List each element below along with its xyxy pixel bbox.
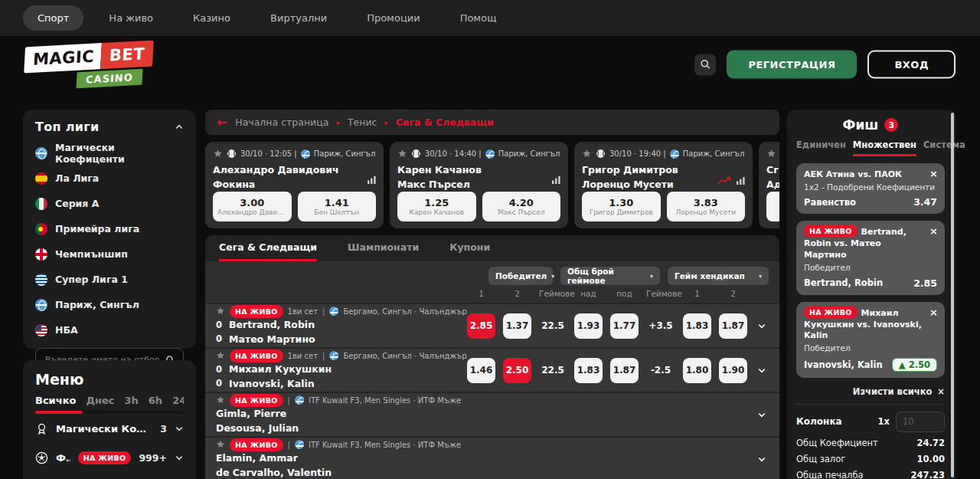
odds-button[interactable]: 1.90 (719, 358, 747, 383)
market-select-total-games[interactable]: Общ брой геймове▾ (560, 267, 660, 285)
nav-item-help[interactable]: Помощ (446, 5, 511, 31)
league-item-championship[interactable]: Чемпиъншип (35, 241, 184, 267)
expand-row-chevron[interactable] (755, 366, 769, 375)
breadcrumb-tennis[interactable]: Тенис (348, 116, 377, 128)
search-icon (700, 59, 711, 71)
menu-tab-24h[interactable]: 24h (172, 395, 184, 406)
clear-all-button[interactable]: Изчисти всичко × (796, 386, 945, 397)
globe-icon (35, 299, 47, 311)
nav-item-sport[interactable]: Спорт (23, 5, 83, 31)
selection-pick: Равенство (804, 197, 856, 208)
menu-tab-all[interactable]: Всичко (35, 395, 76, 406)
odds-value: 3.83 (694, 197, 718, 209)
odds-button[interactable]: 1.80 (683, 358, 711, 383)
odds-button[interactable]: 1.87 (610, 358, 639, 383)
favorite-star-icon[interactable] (766, 149, 776, 159)
menu-tab-today[interactable]: Днес (86, 395, 114, 406)
odds-button[interactable] (766, 192, 779, 221)
favorite-star-icon[interactable] (216, 307, 225, 316)
live-badge: НА ЖИВО (230, 305, 283, 318)
league-item-primeira[interactable]: Примейра лига (35, 216, 184, 241)
col-header: 1 (467, 289, 495, 298)
favorite-star-icon[interactable] (216, 351, 225, 360)
match-league: Париж, Сингъл · АТП (683, 149, 745, 158)
betslip-tab-system[interactable]: Система (923, 139, 965, 156)
odds-button[interactable]: 1.83 (574, 358, 603, 383)
odds-button[interactable]: 3.83Лоренцо Мусети (667, 192, 746, 221)
register-button[interactable]: РЕГИСТРАЦИЯ (727, 51, 857, 79)
italy-flag-icon (35, 198, 47, 210)
header: MAGICBET CASINO РЕГИСТРАЦИЯ ВХОД (0, 36, 980, 94)
betslip-title: Фиш (843, 117, 879, 133)
odds-button[interactable]: 1.87 (719, 313, 747, 339)
odds-button[interactable]: 3.00Алехандро Давидович Фокина (213, 192, 292, 221)
odds-button-selected[interactable]: 2.50 (503, 358, 531, 383)
stats-bars-icon[interactable] (552, 176, 560, 184)
menu-item-football[interactable]: Футбол НА ЖИВО 999+ (35, 443, 184, 472)
chevron-up-icon[interactable] (175, 123, 184, 132)
expand-row-chevron[interactable] (755, 321, 769, 330)
betslip-item: × АЕК Атина vs. ПАОК 1x2 - Подобрени Кое… (796, 163, 945, 214)
odds-button[interactable]: 1.25Карен Качанов (397, 192, 476, 221)
league-item-nba[interactable]: НБА (35, 317, 184, 343)
nav-item-virtual[interactable]: Виртуални (256, 5, 341, 31)
stats-bars-icon[interactable] (737, 176, 745, 185)
favorite-star-icon[interactable] (216, 440, 225, 449)
odds-button[interactable]: 1.41Бен Шелтън (298, 192, 377, 221)
odds-button[interactable]: 4.20Макс Пърсел (482, 192, 561, 221)
remove-selection-icon[interactable]: × (929, 225, 938, 237)
market-select-winner[interactable]: Победител▾ (488, 267, 553, 285)
search-button[interactable] (694, 54, 716, 75)
top-leagues-title: Топ лиги (35, 120, 99, 134)
league-item-super-league[interactable]: Супер Лига 1 (35, 267, 184, 292)
selection-odds: 2.85 (913, 277, 937, 289)
tab-now-next[interactable]: Сега & Следващи (219, 235, 317, 261)
league-item-serie-a[interactable]: Серия А (35, 191, 184, 216)
league-label: НБА (55, 324, 78, 336)
odds-button[interactable]: 1.83 (683, 313, 711, 339)
odds-button[interactable]: 1.30Григор Димитров (582, 192, 661, 221)
betslip-scrollbar[interactable] (951, 113, 954, 477)
favorite-star-icon[interactable] (216, 395, 225, 405)
odds-line-value: +3.5 (646, 313, 675, 339)
betslip-tab-single[interactable]: Единичен (796, 139, 846, 156)
odds-button[interactable]: 1.46 (467, 358, 495, 383)
player-1: Алехандро Давидович Фокина (213, 162, 376, 192)
expand-row-chevron[interactable] (755, 410, 769, 419)
globe-icon (295, 440, 304, 449)
back-arrow-icon[interactable]: ← (217, 116, 227, 129)
stats-bars-icon[interactable] (368, 176, 376, 184)
remove-selection-icon[interactable]: × (929, 168, 938, 179)
market-select-game-handicap[interactable]: Гейм хендикап▾ (668, 267, 769, 285)
menu-tab-3h[interactable]: 3h (125, 395, 139, 406)
league-item-magic-odds[interactable]: Магически Коефиценти (35, 140, 184, 166)
odds-button[interactable]: 1.77 (610, 313, 639, 339)
caret-down-icon: ▾ (650, 273, 653, 280)
menu-item-magic-odds[interactable]: Магически Коефици... 3 (35, 414, 184, 443)
favorite-star-icon[interactable] (582, 149, 592, 159)
globe-icon (329, 351, 338, 360)
expand-row-chevron[interactable] (755, 454, 769, 464)
stake-input[interactable] (896, 412, 945, 432)
menu-tab-6h[interactable]: 6h (149, 395, 162, 406)
odds-button-selected[interactable]: 2.85 (467, 313, 495, 339)
nav-item-casino[interactable]: Казино (178, 5, 245, 31)
favorite-star-icon[interactable] (213, 149, 223, 159)
breadcrumb-separator: ▸ (336, 119, 340, 126)
favorite-star-icon[interactable] (397, 149, 407, 159)
menu-panel: Меню Всичко Днес 3h 6h 24h Утр › Магичес… (23, 360, 196, 479)
league-item-paris-singles[interactable]: Париж, Сингъл (35, 292, 184, 317)
betslip-tab-multiple[interactable]: Множествен (853, 139, 916, 156)
match-row: НА ЖИВО | ITF Kuwait F3, Men Singles · И… (205, 392, 779, 436)
remove-selection-icon[interactable]: × (929, 307, 938, 318)
breadcrumb-home[interactable]: Начална страница (235, 116, 328, 128)
login-button[interactable]: ВХОД (867, 51, 956, 79)
league-item-la-liga[interactable]: Ла Лига (35, 166, 184, 191)
nav-item-live[interactable]: На живо (94, 5, 168, 31)
tab-coupons[interactable]: Купони (449, 235, 490, 261)
nav-item-promotions[interactable]: Промоции (352, 5, 435, 31)
odds-button[interactable]: 1.93 (574, 313, 603, 339)
odds-button[interactable]: 1.37 (503, 313, 531, 339)
magicbet-logo[interactable]: MAGICBET CASINO (24, 44, 155, 85)
tab-championships[interactable]: Шампионати (348, 235, 419, 261)
